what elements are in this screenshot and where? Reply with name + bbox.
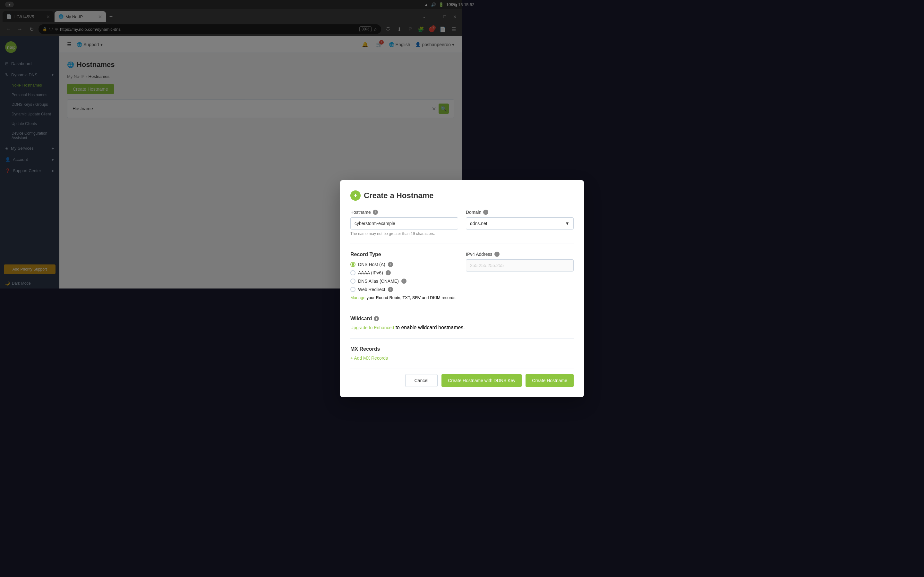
hostname-info-icon[interactable]: i (373, 210, 378, 215)
hostname-domain-row: Hostname i The name may not be greater t… (351, 210, 462, 236)
record-ipv4-row: Record Type DNS Host (A) i AAAA (IPv6) i… (351, 251, 462, 289)
record-option-aaaa[interactable]: AAAA (IPv6) i (351, 270, 458, 276)
record-type-col: Record Type DNS Host (A) i AAAA (IPv6) i… (351, 251, 458, 289)
radio-web-redirect[interactable] (351, 287, 355, 289)
record-option-cname[interactable]: DNS Alias (CNAME) i (351, 279, 458, 284)
radio-dns-host[interactable] (351, 262, 355, 267)
modal-overlay[interactable]: + Create a Hostname Hostname i The name … (0, 0, 462, 288)
modal-title: Create a Hostname (364, 191, 433, 200)
modal-title-row: + Create a Hostname (351, 190, 462, 201)
modal-title-icon: + (351, 190, 360, 201)
create-hostname-modal: + Create a Hostname Hostname i The name … (340, 180, 462, 289)
hostname-label: Hostname i (351, 210, 458, 215)
aaaa-info[interactable]: i (386, 270, 391, 276)
cname-info[interactable]: i (401, 279, 407, 284)
dns-host-info[interactable]: i (388, 262, 393, 267)
radio-cname[interactable] (351, 279, 355, 284)
record-option-web-redirect[interactable]: Web Redirect i (351, 287, 458, 289)
web-redirect-info[interactable]: i (388, 287, 393, 289)
record-option-dns-host[interactable]: DNS Host (A) i (351, 262, 458, 267)
record-dns-host-label: DNS Host (A) (358, 262, 385, 267)
hostname-hint: The name may not be greater than 19 char… (351, 231, 458, 236)
record-type-title: Record Type (351, 251, 458, 258)
radio-aaaa[interactable] (351, 270, 355, 276)
hostname-input[interactable] (351, 218, 458, 229)
record-aaaa-label: AAAA (IPv6) (358, 270, 383, 276)
record-web-redirect-label: Web Redirect (358, 287, 385, 289)
record-cname-label: DNS Alias (CNAME) (358, 279, 399, 284)
divider-1 (351, 243, 462, 244)
hostname-field-col: Hostname i The name may not be greater t… (351, 210, 458, 236)
